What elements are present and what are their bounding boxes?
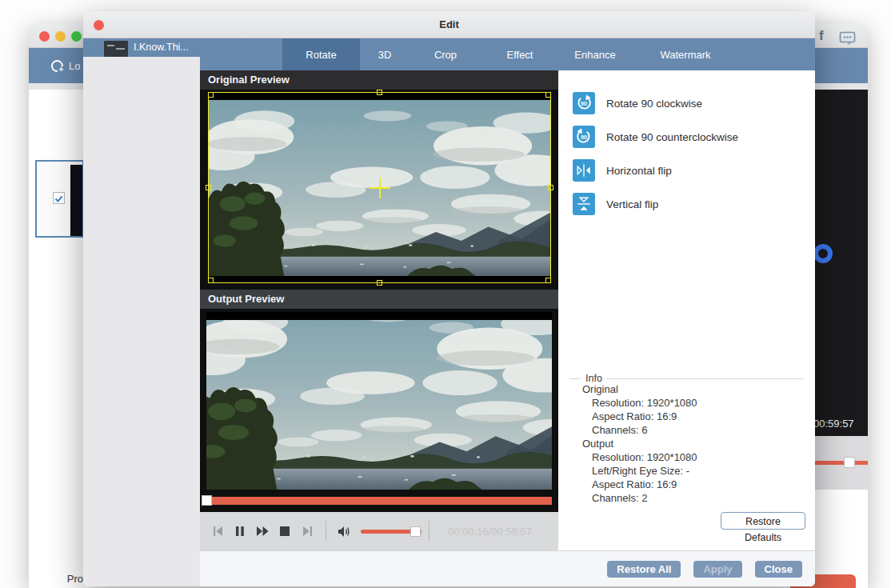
video-duration: 00:59:57 (813, 418, 854, 430)
tab-watermark[interactable]: Watermark (632, 38, 739, 70)
crop-handle[interactable] (545, 278, 551, 283)
screen: f + Lo Pro Desti (0, 0, 891, 588)
file-thumbnail (70, 165, 82, 236)
edit-dialog: Edit I.Know.Thi... Rotate 3D Crop Effect… (83, 11, 815, 586)
apply-button[interactable]: Apply (693, 561, 741, 578)
load-button-label: Lo (69, 60, 80, 72)
rotate-90-clockwise-icon: 90 (573, 92, 595, 114)
vertical-flip-option[interactable]: Vertical flip (573, 193, 738, 215)
output-preview-label: Output Preview (208, 293, 284, 305)
info-row: Left/Right Eye Size: - (592, 464, 806, 478)
crop-handle[interactable] (548, 185, 553, 190)
seek-bar[interactable] (202, 497, 552, 505)
rotate-90-counterclockwise-icon: 90 (573, 126, 595, 148)
edit-tabs: Rotate 3D Crop Effect Enhance Watermark (282, 38, 739, 70)
crop-handle[interactable] (545, 92, 551, 98)
rotate-90-counterclockwise-option[interactable]: 90 Rotate 90 counterclockwise (573, 126, 738, 148)
add-file-icon: + (51, 60, 63, 72)
horizontal-flip-icon (573, 159, 595, 182)
tab-rotate[interactable]: Rotate (282, 38, 360, 70)
rotate-options-list: 90 Rotate 90 clockwise 90 (573, 92, 738, 226)
info-row: Aspect Ratio: 16:9 (592, 410, 806, 423)
svg-text:90: 90 (581, 134, 587, 141)
load-file-button[interactable]: + Lo (51, 55, 80, 76)
volume-slider-thumb[interactable] (410, 526, 421, 537)
output-preview-header: Output Preview (200, 290, 558, 309)
output-preview-frame (206, 312, 552, 490)
pause-icon[interactable] (229, 520, 251, 542)
skip-end-icon[interactable] (296, 520, 318, 542)
rotate-option-label: Rotate 90 clockwise (606, 98, 702, 110)
svg-text:90: 90 (581, 100, 587, 107)
crop-handle[interactable] (206, 185, 211, 190)
skip-start-icon[interactable] (206, 520, 229, 542)
file-checkbox[interactable] (53, 192, 65, 204)
original-preview-frame (208, 92, 551, 283)
info-row: Aspect Ratio: 16:9 (592, 478, 806, 491)
file-list-item[interactable] (35, 160, 84, 238)
info-row: Resolution: 1920*1080 (592, 396, 806, 410)
file-tab-name: I.Know.Thi... (134, 38, 189, 57)
edit-file-sidebar (83, 57, 200, 586)
transport-bar: 00:00:16/00:59:57 (200, 512, 558, 550)
crop-center-crosshair[interactable] (370, 178, 390, 198)
crop-handle[interactable] (377, 280, 382, 286)
preview-column: Original Preview (200, 70, 558, 550)
output-video-frame (206, 320, 552, 490)
feedback-chat-icon[interactable] (839, 31, 857, 49)
info-row: Channels: 6 (592, 423, 806, 437)
minimize-icon[interactable] (55, 31, 66, 42)
info-row: Resolution: 1920*1080 (592, 450, 806, 464)
info-body: Original Resolution: 1920*1080 Aspect Ra… (582, 382, 806, 505)
rotate-90-clockwise-option[interactable]: 90 Rotate 90 clockwise (573, 92, 738, 114)
file-tab-thumbnail (104, 41, 128, 57)
playback-time: 00:00:16/00:59:57 (448, 526, 532, 538)
speaker-icon[interactable] (334, 520, 356, 542)
fast-forward-icon[interactable] (251, 520, 274, 542)
close-icon[interactable] (39, 31, 50, 42)
rotate-panel: 90 Rotate 90 clockwise 90 (558, 70, 815, 550)
zoom-icon[interactable] (71, 31, 82, 42)
crop-handle[interactable] (208, 92, 214, 98)
rotate-option-label: Horizontal flip (606, 165, 672, 177)
info-row: Channels: 2 (592, 491, 806, 505)
crop-handle[interactable] (208, 278, 214, 283)
dialog-title: Edit (83, 11, 815, 38)
transport-divider (326, 521, 326, 542)
profile-label: Pro (29, 573, 83, 585)
tab-enhance[interactable]: Enhance (558, 38, 632, 70)
facebook-icon[interactable]: f (819, 28, 824, 44)
edit-dialog-titlebar: Edit (83, 11, 815, 38)
rotate-option-label: Rotate 90 counterclockwise (606, 131, 738, 143)
transport-divider (429, 521, 430, 542)
restore-defaults-button[interactable]: Restore Defaults (721, 512, 805, 530)
horizontal-flip-option[interactable]: Horizontal flip (573, 159, 738, 182)
crop-handle[interactable] (377, 90, 382, 95)
tab-crop[interactable]: Crop (410, 38, 481, 70)
play-ring-icon[interactable] (813, 244, 833, 263)
volume-slider-track[interactable] (361, 530, 422, 534)
tab-effect[interactable]: Effect (481, 38, 558, 70)
dialog-footer: Restore All Apply Close (200, 550, 815, 586)
info-output-header: Output (582, 437, 806, 450)
stop-icon[interactable] (274, 520, 296, 542)
rotate-option-label: Vertical flip (606, 198, 658, 210)
original-preview-label: Original Preview (208, 74, 290, 86)
vertical-flip-icon (573, 193, 595, 215)
tab-3d[interactable]: 3D (360, 38, 410, 70)
close-button[interactable]: Close (755, 561, 802, 578)
volume-slider-thumb[interactable] (844, 457, 855, 468)
seek-thumb[interactable] (202, 495, 212, 506)
info-original-header: Original (582, 382, 806, 396)
original-preview-header: Original Preview (200, 70, 558, 90)
restore-all-button[interactable]: Restore All (607, 561, 681, 578)
